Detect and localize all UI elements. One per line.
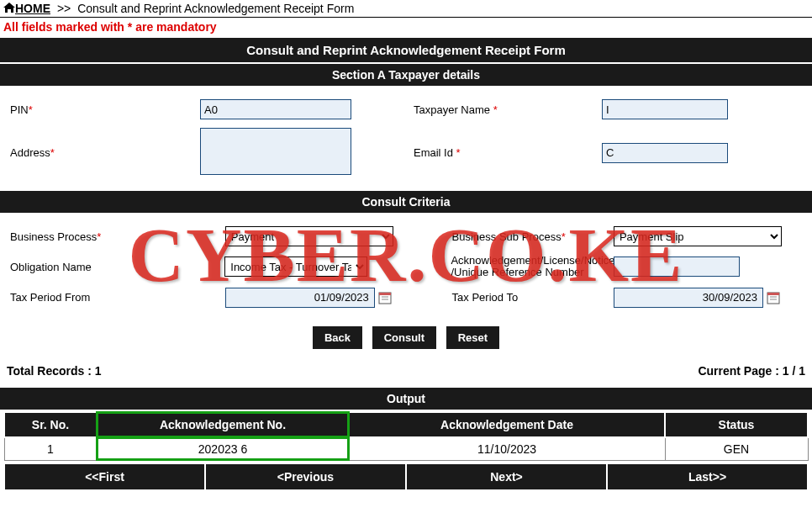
back-button[interactable]: Back (313, 326, 362, 349)
tax-period-from-label: Tax Period From (10, 291, 90, 304)
taxpayer-name-label: Taxpayer Name (414, 103, 493, 116)
business-process-select[interactable]: Payment (225, 226, 393, 246)
required-star: * (50, 146, 55, 159)
tax-period-from-input[interactable] (225, 288, 375, 308)
pager-first[interactable]: <<First (4, 463, 205, 490)
col-ack-no: Acknowledgement No. (97, 412, 349, 437)
pager-last[interactable]: Last>> (607, 463, 808, 490)
total-records-label: Total Records : (7, 364, 95, 378)
required-star: * (29, 103, 33, 116)
business-sub-process-label: Business Sub Process (452, 230, 562, 243)
page-title: Consult and Reprint Acknowledgement Rece… (0, 38, 812, 62)
pager: <<First <Previous Next> Last>> (3, 463, 809, 491)
email-input[interactable] (602, 143, 728, 163)
address-textarea[interactable] (200, 128, 351, 175)
col-status: Status (665, 412, 808, 437)
consult-button[interactable]: Consult (372, 326, 436, 349)
business-sub-process-select[interactable]: Payment Slip (614, 226, 782, 246)
mandatory-prefix: All fields marked with (3, 20, 128, 34)
section-a-header: Section A Taxpayer details (0, 64, 812, 86)
breadcrumb-current: Consult and Reprint Acknowledgement Rece… (77, 2, 354, 15)
breadcrumb: HOME >> Consult and Reprint Acknowledgem… (0, 0, 812, 18)
home-icon (3, 2, 15, 15)
calendar-icon[interactable] (378, 291, 392, 304)
required-star: * (456, 146, 461, 159)
pin-input[interactable] (200, 99, 351, 119)
mandatory-note: All fields marked with * are mandatory (0, 18, 812, 36)
obligation-name-label: Obligation Name (10, 261, 92, 273)
business-process-label: Business Process (10, 230, 97, 243)
obligation-name-select[interactable]: Income Tax - Turnover Tax (224, 256, 367, 277)
pager-previous[interactable]: <Previous (205, 463, 406, 490)
consult-criteria-form: Business Process* Payment Business Sub P… (0, 214, 812, 320)
output-table: Sr. No. Acknowledgement No. Acknowledgem… (3, 411, 809, 461)
total-records-value: 1 (95, 364, 102, 378)
breadcrumb-separator: >> (57, 2, 71, 15)
svg-rect-1 (379, 293, 391, 295)
calendar-icon[interactable] (767, 291, 780, 304)
col-sr-no: Sr. No. (4, 412, 97, 437)
table-row[interactable]: 1 202023 6 11/10/2023 GEN (4, 437, 808, 461)
taxpayer-name-input[interactable] (602, 99, 728, 119)
home-link[interactable]: HOME (15, 2, 50, 15)
current-page-label: Current Page : (698, 364, 782, 378)
current-page-value: 1 / 1 (783, 364, 805, 378)
tax-period-to-label: Tax Period To (452, 291, 519, 304)
ack-ref-label: Acknowledgement/License/Notice /Unique R… (451, 254, 614, 278)
mandatory-suffix: are mandatory (132, 20, 216, 34)
results-summary: Total Records : 1 Current Page : 1 / 1 (0, 356, 812, 386)
cell-ack-no[interactable]: 202023 6 (97, 437, 349, 461)
required-star: * (97, 230, 101, 243)
table-header-row: Sr. No. Acknowledgement No. Acknowledgem… (4, 412, 808, 437)
reset-button[interactable]: Reset (446, 326, 499, 349)
output-header: Output (0, 388, 812, 410)
cell-status: GEN (665, 437, 808, 461)
col-ack-date: Acknowledgement Date (349, 412, 665, 437)
ack-ref-input[interactable] (614, 256, 740, 277)
consult-criteria-header: Consult Criteria (0, 191, 812, 213)
pager-next[interactable]: Next> (406, 463, 607, 490)
svg-rect-5 (767, 293, 779, 295)
button-row: Back Consult Reset (0, 320, 812, 356)
email-label: Email Id (414, 146, 456, 159)
required-star: * (493, 103, 498, 116)
pin-label: PIN (10, 103, 29, 116)
cell-sr-no: 1 (4, 437, 97, 461)
taxpayer-details-form: PIN* Taxpayer Name * Address* Email Id * (0, 87, 812, 189)
required-star: * (562, 230, 566, 243)
address-label: Address (10, 146, 50, 159)
tax-period-to-input[interactable] (614, 288, 763, 308)
cell-ack-date: 11/10/2023 (349, 437, 665, 461)
